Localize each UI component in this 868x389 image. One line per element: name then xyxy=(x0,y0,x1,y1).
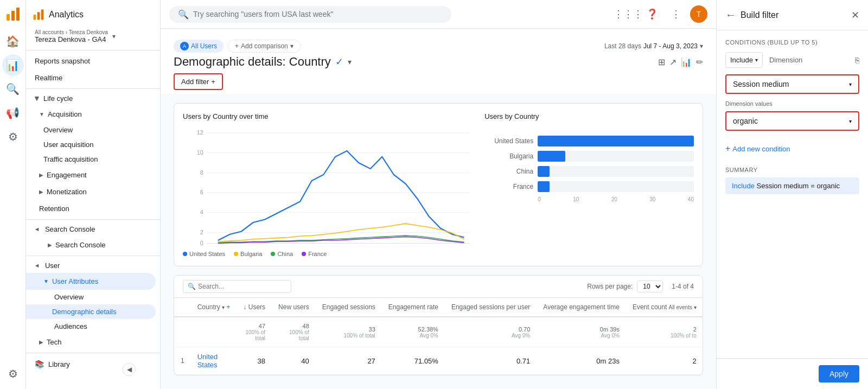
add-condition-btn[interactable]: + Add new condition xyxy=(725,139,859,158)
nav-icon-admin[interactable]: ⚙ xyxy=(2,363,24,385)
apps-icon[interactable]: ⋮⋮⋮ xyxy=(618,4,638,24)
date-arrow: ▾ xyxy=(700,42,703,50)
sidebar-item-user-acquisition[interactable]: User acquisition xyxy=(26,137,160,152)
edit-icon[interactable]: ✏ xyxy=(696,57,703,67)
monetization-header[interactable]: ▶ Monetization xyxy=(26,183,156,200)
legend-bulgaria: Bulgaria xyxy=(234,251,262,257)
add-filter-btn[interactable]: Add filter + xyxy=(174,73,223,90)
event-count-filter[interactable]: All events ▾ xyxy=(669,304,697,310)
legend-dot-bg xyxy=(234,252,238,256)
search-box[interactable]: 🔍 xyxy=(169,6,451,23)
nav-icon-reports[interactable]: 📊 xyxy=(2,54,24,76)
table-search-input[interactable] xyxy=(198,283,286,290)
sidebar-item-demographic-details[interactable]: Demographic details xyxy=(26,304,156,319)
svg-rect-4 xyxy=(37,12,40,20)
dim-values-label: Dimension values xyxy=(725,100,859,107)
filter-panel-back-icon[interactable]: ← xyxy=(725,9,736,21)
page-content: A All Users + Add comparison ▾ Last 28 d… xyxy=(161,29,716,389)
engagement-header[interactable]: ▶ Engagement xyxy=(26,167,156,183)
sidebar-item-search-console-sub[interactable]: ▶ Search Console xyxy=(26,237,156,253)
property-chevron[interactable]: ▾ xyxy=(112,33,116,40)
bar-fill-us xyxy=(538,136,694,146)
nav-icon-explore[interactable]: 🔍 xyxy=(2,78,24,100)
table-search-box[interactable]: 🔍 xyxy=(183,280,291,293)
add-comparison-chip[interactable]: + Add comparison ▾ xyxy=(228,40,301,53)
help-icon[interactable]: ❓ xyxy=(642,4,662,24)
sidebar-item-reports-snapshot[interactable]: Reports snapshot xyxy=(26,53,156,69)
all-users-chip[interactable]: A All Users xyxy=(174,40,224,53)
rows-per-page-select[interactable]: 10 25 50 xyxy=(637,280,663,292)
acquisition-label: Acquisition xyxy=(48,110,82,118)
date-range[interactable]: Last 28 days Jul 7 - Aug 3, 2023 ▾ xyxy=(604,42,703,50)
user-avatar[interactable]: T xyxy=(690,5,707,23)
engagement-arrow: ▶ xyxy=(39,172,43,178)
filter-panel-close-icon[interactable]: ✕ xyxy=(851,9,859,21)
user-attributes-header[interactable]: ▼ User Attributes xyxy=(26,273,156,290)
country-filter-icon[interactable]: ▾ xyxy=(222,304,225,310)
bar-row-bg: Bulgaria xyxy=(484,151,694,162)
notifications-icon[interactable]: ⋮ xyxy=(666,4,686,24)
session-medium-dropdown[interactable]: Session medium ▾ xyxy=(725,74,859,94)
report-title-row: Demographic details: Country ✓ ▾ ⊞ ↗ 📊 ✏ xyxy=(174,55,703,69)
dimension-label: Dimension xyxy=(769,56,802,64)
col-country[interactable]: Country ▾ + xyxy=(191,298,237,317)
sidebar-item-ua-overview[interactable]: Overview xyxy=(26,290,160,304)
customize-icon[interactable]: ⊞ xyxy=(658,57,665,67)
sidebar-item-library[interactable]: 📚 Library xyxy=(26,355,156,373)
report-title-chevron[interactable]: ▾ xyxy=(348,58,352,66)
organic-dropdown[interactable]: organic ▾ xyxy=(725,111,859,131)
retention-header[interactable]: Retention xyxy=(26,200,156,217)
svg-text:10: 10 xyxy=(197,149,203,156)
col-engagement-rate[interactable]: Engagement rate xyxy=(382,298,445,317)
bar-chart-area: United States Bulgaria xyxy=(484,127,694,202)
icon-sidebar: 🏠 📊 🔍 📢 ⚙ ⚙ xyxy=(0,0,26,389)
nav-icon-configure[interactable]: ⚙ xyxy=(2,126,24,148)
add-col-icon[interactable]: + xyxy=(226,303,230,311)
search-console-header[interactable]: ▼ Search Console xyxy=(26,222,160,237)
summary-include-text: Include xyxy=(732,182,755,190)
library-label: Library xyxy=(48,360,70,368)
user-header[interactable]: ▼ User xyxy=(26,258,160,273)
sidebar-item-overview[interactable]: Overview xyxy=(26,123,160,137)
svg-rect-2 xyxy=(16,8,20,21)
analytics-brand-logo xyxy=(33,9,44,21)
apply-button[interactable]: Apply xyxy=(819,365,859,382)
user-attributes-label: User Attributes xyxy=(52,277,98,285)
analytics-logo[interactable] xyxy=(3,4,23,24)
col-users[interactable]: ↓ Users xyxy=(237,298,272,317)
lifecycle-header[interactable]: ▶ Life cycle xyxy=(26,91,160,106)
session-medium-arrow: ▾ xyxy=(849,81,852,87)
table-row[interactable]: 1 United States 38 40 27 71.05% 0.71 0m … xyxy=(174,347,703,375)
property-name: Tereza Denkova - GA4 xyxy=(35,35,108,43)
svg-text:8: 8 xyxy=(200,169,203,176)
acquisition-header[interactable]: ▼ Acquisition xyxy=(26,106,156,123)
legend-dot-cn xyxy=(271,252,275,256)
brand-header: Analytics xyxy=(26,4,160,25)
summary-section: SUMMARY Include Session medium = organic xyxy=(725,167,859,194)
bar-fill-cn xyxy=(538,166,550,177)
bar-fill-fr xyxy=(538,181,550,192)
breadcrumb-sep: › xyxy=(66,29,67,35)
share-icon[interactable]: ↗ xyxy=(669,57,676,67)
collapse-sidebar-btn[interactable]: ◀ xyxy=(123,363,136,376)
tech-header[interactable]: ▶ Tech xyxy=(26,334,156,350)
bar-row-us: United States xyxy=(484,136,694,146)
search-input[interactable] xyxy=(193,10,443,18)
sidebar-item-traffic-acquisition[interactable]: Traffic acquisition xyxy=(26,152,160,167)
include-select[interactable]: Include ▾ xyxy=(725,52,763,68)
sidebar-item-audiences[interactable]: Audiences xyxy=(26,319,160,334)
copy-icon[interactable]: ⎘ xyxy=(855,56,859,65)
report-toolbar: ⊞ ↗ 📊 ✏ xyxy=(658,57,703,67)
col-event-count[interactable]: Event count All events ▾ xyxy=(626,298,703,317)
col-engaged-per-user[interactable]: Engaged sessions per user xyxy=(445,298,537,317)
nav-icon-home[interactable]: 🏠 xyxy=(2,30,24,52)
sidebar-item-realtime[interactable]: Realtime xyxy=(26,69,156,86)
insights-icon[interactable]: 📊 xyxy=(681,57,692,67)
conditions-label: CONDITIONS (BUILD UP TO 5) xyxy=(725,39,859,46)
brand-property[interactable]: All accounts › Tereza Denkova Tereza Den… xyxy=(26,27,160,48)
col-new-users[interactable]: New users xyxy=(272,298,316,317)
col-engaged-sessions[interactable]: Engaged sessions xyxy=(316,298,382,317)
col-avg-engagement[interactable]: Average engagement time xyxy=(537,298,626,317)
country-name-us[interactable]: United States xyxy=(197,353,218,369)
nav-icon-advertising[interactable]: 📢 xyxy=(2,102,24,124)
